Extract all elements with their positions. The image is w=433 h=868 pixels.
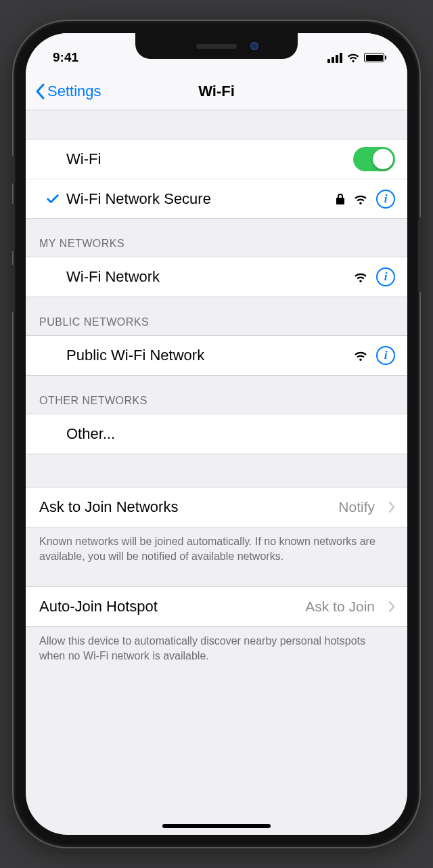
info-button[interactable]: i xyxy=(376,190,395,209)
wifi-status-icon xyxy=(346,51,360,64)
wifi-signal-icon xyxy=(353,193,368,205)
auto-join-label: Auto-Join Hotspot xyxy=(39,598,305,615)
battery-icon xyxy=(364,53,384,62)
network-row[interactable]: Wi-Fi Network i xyxy=(26,257,407,297)
cellular-signal-icon xyxy=(327,53,342,63)
wifi-signal-icon xyxy=(353,271,368,283)
my-networks-group: Wi-Fi Network i xyxy=(26,257,407,297)
other-networks-group: Other... xyxy=(26,414,407,454)
network-name: Wi-Fi Network xyxy=(66,268,353,286)
speaker-grille xyxy=(196,44,237,49)
auto-join-row[interactable]: Auto-Join Hotspot Ask to Join xyxy=(26,587,407,626)
other-label: Other... xyxy=(66,425,395,443)
lock-icon xyxy=(336,193,345,205)
home-indicator[interactable] xyxy=(162,824,271,828)
wifi-toggle-switch[interactable] xyxy=(353,147,395,171)
ask-join-group: Ask to Join Networks Notify xyxy=(26,487,407,527)
navigation-bar: Settings Wi-Fi xyxy=(26,72,407,110)
section-header-public-networks: PUBLIC NETWORKS xyxy=(26,297,407,335)
side-button xyxy=(418,217,422,292)
content: Wi-Fi Wi-Fi Network Secure xyxy=(26,110,407,663)
screen: 9:41 Settings Wi-Fi Wi-Fi xyxy=(26,33,407,835)
status-indicators xyxy=(327,51,384,64)
volume-down-button xyxy=(11,265,15,312)
status-time: 9:41 xyxy=(53,50,78,65)
info-button[interactable]: i xyxy=(376,346,395,365)
front-camera xyxy=(250,42,258,50)
ask-join-row[interactable]: Ask to Join Networks Notify xyxy=(26,487,407,527)
network-row[interactable]: Public Wi-Fi Network i xyxy=(26,336,407,375)
checkmark-icon xyxy=(45,192,60,207)
notch xyxy=(135,33,298,59)
auto-join-footer: Allow this device to automatically disco… xyxy=(26,627,407,663)
section-header-other-networks: OTHER NETWORKS xyxy=(26,376,407,414)
wifi-toggle-label: Wi-Fi xyxy=(66,150,353,168)
ask-join-footer: Known networks will be joined automatica… xyxy=(26,527,407,563)
section-header-my-networks: MY NETWORKS xyxy=(26,219,407,257)
auto-join-value: Ask to Join xyxy=(305,599,375,615)
chevron-right-icon xyxy=(388,601,395,613)
mute-switch xyxy=(11,156,15,183)
chevron-right-icon xyxy=(388,501,395,513)
ask-join-value: Notify xyxy=(338,499,375,515)
back-label: Settings xyxy=(47,83,101,100)
ask-join-label: Ask to Join Networks xyxy=(39,498,338,516)
auto-join-group: Auto-Join Hotspot Ask to Join xyxy=(26,586,407,627)
wifi-toggle-row: Wi-Fi xyxy=(26,139,407,179)
back-button[interactable]: Settings xyxy=(35,83,101,100)
device-frame: 9:41 Settings Wi-Fi Wi-Fi xyxy=(14,21,419,847)
volume-up-button xyxy=(11,204,15,251)
network-name: Public Wi-Fi Network xyxy=(66,347,353,364)
wifi-signal-icon xyxy=(353,349,368,362)
public-networks-group: Public Wi-Fi Network i xyxy=(26,335,407,376)
connected-network-name: Wi-Fi Network Secure xyxy=(66,190,336,208)
other-network-row[interactable]: Other... xyxy=(26,414,407,454)
info-button[interactable]: i xyxy=(376,267,395,286)
wifi-main-group: Wi-Fi Wi-Fi Network Secure xyxy=(26,139,407,219)
connected-network-row[interactable]: Wi-Fi Network Secure i xyxy=(26,179,407,218)
chevron-left-icon xyxy=(35,83,45,100)
